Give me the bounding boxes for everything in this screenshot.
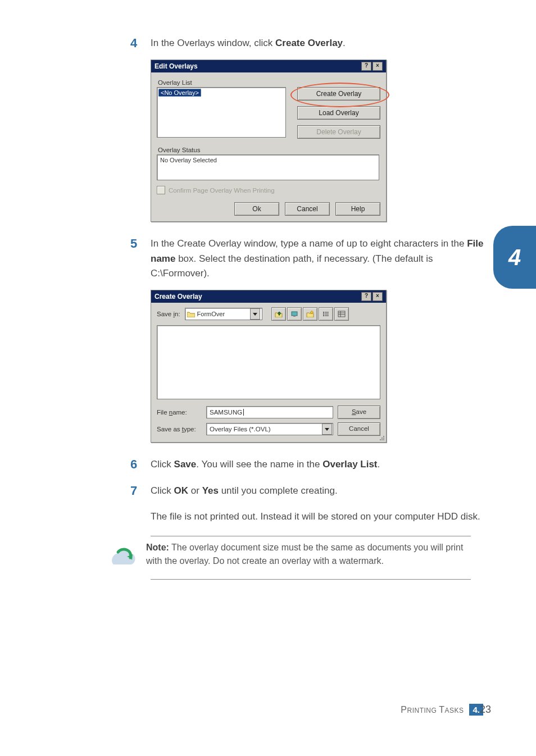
close-title-button[interactable]: ×: [373, 62, 383, 71]
dialog-body: Overlay List <No Overlay> Create Overlay…: [151, 72, 386, 221]
rule: [151, 579, 471, 580]
help-button[interactable]: Help: [335, 202, 380, 216]
file-name-value: SAMSUNG: [210, 409, 242, 416]
help-title-button[interactable]: ?: [361, 62, 371, 71]
dialog-body: Save in: FormOver: [151, 303, 386, 442]
step-6: 6 Click Save. You will see the name in t…: [130, 457, 490, 472]
toolbar-icons: [271, 307, 349, 321]
dialog-title: Create Overlay: [155, 293, 360, 300]
svg-rect-7: [325, 315, 329, 316]
list-view-icon[interactable]: [319, 307, 333, 321]
svg-rect-5: [325, 312, 329, 313]
folder-icon: [187, 311, 195, 317]
bold: Create Overlay: [275, 38, 343, 48]
chapter-tab: 4: [493, 226, 536, 289]
close-title-button[interactable]: ×: [373, 292, 383, 301]
text: box. Select the destination path, if nec…: [151, 253, 433, 279]
svg-rect-4: [323, 315, 324, 316]
text: In the Create Overlay window, type a nam…: [151, 238, 467, 249]
svg-rect-2: [323, 312, 324, 313]
save-button[interactable]: Save: [338, 406, 380, 419]
file-name-label: File name:: [157, 409, 202, 416]
load-overlay-button[interactable]: Load Overlay: [297, 106, 380, 120]
create-overlay-dialog: Create Overlay ? × Save in: FormOver: [151, 290, 387, 443]
step-text: Click OK or Yes until you complete creat…: [151, 484, 490, 525]
save-in-dropdown[interactable]: FormOver: [185, 308, 262, 320]
help-title-button[interactable]: ?: [361, 292, 371, 301]
text: until you complete creating.: [219, 485, 338, 496]
file-name-row: File name: SAMSUNG Save: [155, 404, 383, 421]
confirm-checkbox-label: Confirm Page Overlay When Printing: [169, 187, 275, 194]
svg-rect-8: [338, 311, 345, 317]
save-in-row: Save in: FormOver: [155, 306, 383, 325]
button-column: Create Overlay Load Overlay Delete Overl…: [286, 87, 380, 139]
bold: Overlay List: [322, 459, 377, 470]
text: In the Overlays window, click: [151, 38, 275, 48]
text: .: [343, 38, 346, 48]
step-number: 6: [130, 457, 151, 472]
details-view-icon[interactable]: [334, 307, 349, 321]
overlay-list-label: Overlay List: [158, 79, 380, 86]
step-7: 7 Click OK or Yes until you complete cre…: [130, 484, 490, 525]
delete-overlay-button: Delete Overlay: [297, 125, 380, 139]
bold: OK: [174, 485, 189, 496]
overlay-status-box: No Overlay Selected: [157, 154, 379, 180]
bold: Yes: [202, 485, 219, 496]
chapter-number: 4: [508, 245, 521, 270]
up-one-level-icon[interactable]: [271, 307, 286, 321]
text: .: [378, 459, 380, 470]
text: Click: [151, 485, 174, 496]
page-footer: PRINTING TASKS 4.23: [401, 704, 491, 716]
new-folder-icon[interactable]: [303, 307, 317, 321]
cancel-button[interactable]: Cancel: [338, 422, 380, 436]
resize-grip-icon[interactable]: [378, 434, 385, 441]
dialog-bottom-buttons: Ok Cancel Help: [157, 202, 380, 216]
desktop-icon[interactable]: [287, 307, 302, 321]
page-number-minor: 23: [480, 704, 491, 716]
dialog-titlebar: Edit Overlays ? ×: [151, 60, 386, 72]
content-column: 4 In the Overlays window, click Create O…: [130, 36, 490, 584]
cancel-button[interactable]: Cancel: [285, 202, 330, 216]
svg-rect-0: [292, 312, 297, 316]
edit-overlays-dialog: Edit Overlays ? × Overlay List <No Overl…: [151, 60, 387, 222]
note-text: Note: The overlay document size must be …: [146, 541, 490, 575]
footer-section: PRINTING TASKS: [401, 705, 464, 715]
bold: Save: [174, 459, 197, 470]
list-item[interactable]: <No Overlay>: [158, 89, 201, 97]
rule: [151, 536, 471, 536]
step-4: 4 In the Overlays window, click Create O…: [130, 36, 490, 51]
text-caret: [243, 409, 244, 416]
svg-rect-1: [293, 316, 296, 317]
note-label: Note:: [146, 543, 169, 552]
save-in-label: Save in:: [157, 311, 180, 317]
save-as-type-row: Save as type: Overlay Files (*.OVL) Canc…: [155, 421, 383, 438]
ok-button[interactable]: Ok: [234, 202, 279, 216]
svg-rect-6: [325, 313, 329, 315]
dropdown-arrow-icon[interactable]: [322, 423, 332, 435]
save-as-type-dropdown[interactable]: Overlay Files (*.OVL): [206, 423, 333, 435]
note-block: Note: The overlay document size must be …: [107, 541, 490, 575]
save-as-type-value: Overlay Files (*.OVL): [210, 426, 271, 432]
step-text: In the Overlays window, click Create Ove…: [151, 36, 490, 51]
step-5: 5 In the Create Overlay window, type a n…: [130, 236, 490, 281]
dropdown-arrow-icon[interactable]: [250, 308, 260, 320]
create-overlay-button[interactable]: Create Overlay: [297, 87, 380, 101]
overlay-listbox[interactable]: <No Overlay>: [157, 87, 286, 138]
text: Click: [151, 459, 174, 470]
page-number: 4.23: [469, 704, 491, 716]
confirm-checkbox-row: Confirm Page Overlay When Printing: [157, 186, 380, 194]
overlay-list-row: <No Overlay> Create Overlay Load Overlay…: [157, 87, 380, 139]
file-name-input[interactable]: SAMSUNG: [206, 406, 333, 418]
file-list-pane[interactable]: [157, 325, 380, 399]
text: or: [188, 485, 202, 496]
dialog-title: Edit Overlays: [155, 62, 360, 70]
step-number: 4: [130, 36, 151, 51]
step-text: In the Create Overlay window, type a nam…: [151, 236, 490, 281]
step-number: 7: [130, 484, 151, 525]
text: The file is not printed out. Instead it …: [151, 509, 490, 524]
save-in-value: FormOver: [197, 311, 225, 317]
dialog-titlebar: Create Overlay ? ×: [151, 290, 386, 303]
step-text: Click Save. You will see the name in the…: [151, 457, 490, 472]
note-icon: [107, 541, 140, 575]
note-body: The overlay document size must be the sa…: [146, 543, 463, 566]
